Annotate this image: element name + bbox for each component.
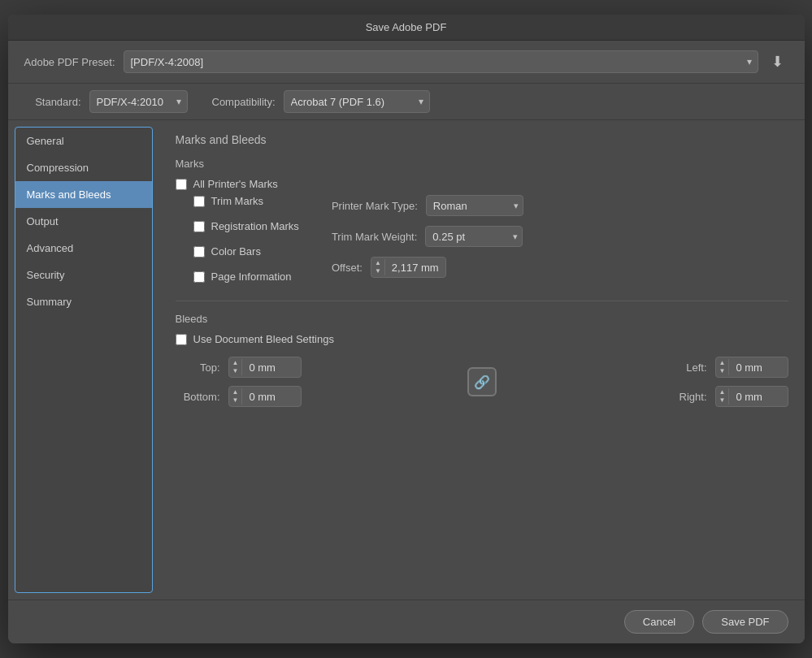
offset-up-arrow[interactable]: ▲ [371, 259, 384, 267]
main-area: General Compression Marks and Bleeds Out… [8, 120, 805, 600]
bottom-bar: Cancel Save PDF [8, 600, 805, 643]
left-up-arrow[interactable]: ▲ [716, 359, 729, 367]
dialog-title: Save Adobe PDF [366, 21, 447, 33]
top-label: Top: [176, 361, 220, 374]
bleeds-top-bottom: Top: ▲ ▼ 0 mm Bottom: [176, 357, 302, 407]
marks-checkboxes: Trim Marks Registration Marks Color Bars… [176, 195, 299, 289]
compatibility-label: Compatibility: [212, 96, 276, 108]
registration-marks-row: Registration Marks [193, 220, 299, 232]
save-pdf-button[interactable]: Save PDF [702, 610, 788, 634]
sidebar: General Compression Marks and Bleeds Out… [15, 127, 153, 593]
preset-row: Adobe PDF Preset: [PDF/X-4:2008] ⬇ [8, 41, 805, 84]
bottom-arrows[interactable]: ▲ ▼ [229, 388, 243, 405]
top-row: Top: ▲ ▼ 0 mm [176, 357, 302, 378]
sidebar-item-general[interactable]: General [15, 128, 152, 154]
left-label: Left: [675, 361, 707, 374]
content-area: Marks and Bleeds Marks All Printer's Mar… [159, 120, 805, 600]
standard-select-wrapper: PDF/X-4:2010 [89, 90, 188, 113]
printer-mark-type-row: Printer Mark Type: Roman [332, 195, 523, 216]
top-down-arrow[interactable]: ▼ [229, 367, 242, 375]
page-info-checkbox[interactable] [193, 271, 205, 283]
trim-mark-weight-label: Trim Mark Weight: [332, 231, 417, 243]
registration-marks-label: Registration Marks [211, 220, 299, 232]
preset-select-wrapper: [PDF/X-4:2008] [124, 50, 758, 73]
bottom-down-arrow[interactable]: ▼ [229, 396, 242, 405]
marks-grid: Trim Marks Registration Marks Color Bars… [176, 195, 788, 289]
save-pdf-dialog: Save Adobe PDF Adobe PDF Preset: [PDF/X-… [8, 15, 805, 643]
compatibility-select-wrapper: Acrobat 7 (PDF 1.6) [284, 90, 430, 113]
printer-mark-type-select[interactable]: Roman [426, 195, 523, 216]
sidebar-item-advanced[interactable]: Advanced [15, 235, 152, 262]
section-title: Marks and Bleeds [176, 133, 788, 146]
left-arrows[interactable]: ▲ ▼ [716, 359, 730, 375]
top-spinbox[interactable]: ▲ ▼ 0 mm [228, 357, 302, 378]
trim-mark-weight-select[interactable]: 0.25 pt [425, 226, 523, 247]
use-doc-bleed-row: Use Document Bleed Settings [176, 333, 788, 345]
trim-marks-label: Trim Marks [211, 195, 264, 207]
standard-select[interactable]: PDF/X-4:2010 [89, 90, 188, 113]
divider [176, 301, 788, 301]
color-bars-row: Color Bars [193, 245, 299, 258]
offset-spinbox[interactable]: ▲ ▼ 2,117 mm [371, 257, 446, 278]
preset-label: Adobe PDF Preset: [24, 56, 115, 68]
bottom-row: Bottom: ▲ ▼ 0 mm [176, 386, 302, 407]
compatibility-select[interactable]: Acrobat 7 (PDF 1.6) [284, 90, 430, 113]
bleeds-section: Bleeds Use Document Bleed Settings Top: … [176, 313, 788, 407]
standard-row: Standard: PDF/X-4:2010 Compatibility: Ac… [8, 84, 805, 120]
all-printers-marks-checkbox[interactable] [176, 179, 187, 190]
trim-marks-checkbox[interactable] [193, 196, 205, 207]
top-value: 0 mm [242, 361, 282, 374]
right-value: 0 mm [729, 391, 769, 403]
bottom-spinbox[interactable]: ▲ ▼ 0 mm [228, 386, 302, 407]
sidebar-item-output[interactable]: Output [15, 208, 152, 235]
marks-subtitle: Marks [176, 158, 788, 170]
chain-link-icon[interactable]: 🔗 [467, 367, 497, 396]
left-row: Left: ▲ ▼ 0 mm [675, 357, 788, 378]
right-label: Right: [675, 391, 707, 403]
bottom-up-arrow[interactable]: ▲ [229, 388, 242, 396]
right-spinbox[interactable]: ▲ ▼ 0 mm [715, 386, 788, 407]
download-icon[interactable]: ⬇ [766, 51, 788, 72]
color-bars-label: Color Bars [211, 245, 261, 258]
cancel-button[interactable]: Cancel [624, 610, 694, 634]
top-up-arrow[interactable]: ▲ [229, 359, 242, 367]
bottom-value: 0 mm [242, 391, 282, 403]
offset-label: Offset: [332, 262, 363, 274]
standard-label: Standard: [24, 96, 81, 108]
right-row: Right: ▲ ▼ 0 mm [675, 386, 788, 407]
right-arrows[interactable]: ▲ ▼ [716, 388, 730, 405]
use-doc-bleed-checkbox[interactable] [176, 334, 187, 345]
trim-mark-weight-select-wrapper: 0.25 pt [425, 226, 523, 247]
bleeds-grid: Top: ▲ ▼ 0 mm Bottom: [176, 357, 788, 407]
offset-arrows[interactable]: ▲ ▼ [371, 259, 385, 275]
trim-mark-weight-row: Trim Mark Weight: 0.25 pt [332, 226, 523, 247]
right-up-arrow[interactable]: ▲ [716, 388, 729, 396]
page-info-label: Page Information [211, 271, 292, 283]
left-spinbox[interactable]: ▲ ▼ 0 mm [715, 357, 788, 378]
all-printers-marks-label: All Printer's Marks [193, 178, 278, 190]
left-down-arrow[interactable]: ▼ [716, 367, 729, 375]
bleeds-subtitle: Bleeds [176, 313, 788, 325]
left-value: 0 mm [729, 361, 769, 374]
offset-value: 2,117 mm [385, 262, 445, 274]
top-arrows[interactable]: ▲ ▼ [229, 359, 243, 375]
right-down-arrow[interactable]: ▼ [716, 396, 729, 405]
marks-fields: Printer Mark Type: Roman Trim Mark Weigh… [332, 195, 523, 289]
use-doc-bleed-label: Use Document Bleed Settings [193, 333, 334, 345]
registration-marks-checkbox[interactable] [193, 221, 205, 232]
all-printers-marks-row: All Printer's Marks [176, 178, 788, 190]
sidebar-item-security[interactable]: Security [15, 262, 152, 288]
sidebar-item-marks-and-bleeds[interactable]: Marks and Bleeds [15, 181, 152, 208]
preset-select[interactable]: [PDF/X-4:2008] [124, 50, 758, 73]
trim-marks-row: Trim Marks [193, 195, 299, 207]
bottom-label: Bottom: [176, 391, 220, 403]
offset-down-arrow[interactable]: ▼ [371, 267, 384, 275]
printer-mark-type-select-wrapper: Roman [426, 195, 523, 216]
bleeds-left-right: Left: ▲ ▼ 0 mm Right: [675, 357, 788, 407]
color-bars-checkbox[interactable] [193, 246, 205, 258]
page-info-row: Page Information [193, 271, 299, 283]
sidebar-item-compression[interactable]: Compression [15, 154, 152, 181]
sidebar-item-summary[interactable]: Summary [15, 288, 152, 315]
offset-row: Offset: ▲ ▼ 2,117 mm [332, 257, 523, 278]
title-bar: Save Adobe PDF [8, 15, 805, 41]
